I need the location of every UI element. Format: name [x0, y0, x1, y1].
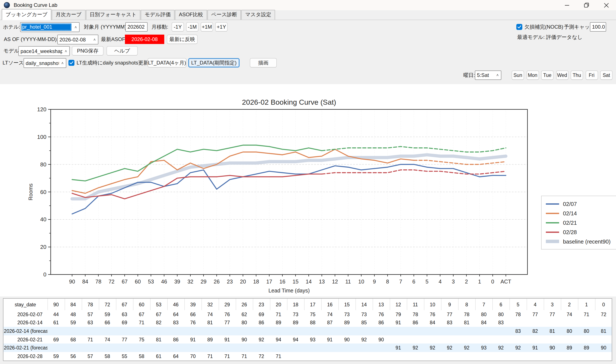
tab-booking-curve[interactable]: ブッキングカーブ [2, 9, 51, 20]
booking-curve-chart: 0204060801001209084787267605346393229262… [0, 84, 616, 297]
table-column-header[interactable]: 3 [544, 299, 561, 310]
tab-monthly-curve[interactable]: 月次カーブ [52, 10, 85, 20]
weekday-button-wed[interactable]: Wed [556, 70, 568, 80]
cap-input[interactable]: 100.0 [590, 22, 606, 32]
table-column-header[interactable]: 0 [595, 299, 612, 310]
chevron-down-icon[interactable]: ˄ [72, 25, 79, 29]
tab-daily-forecast[interactable]: 日別フォーキャスト [86, 10, 140, 20]
asof-combobox[interactable]: 2026-02-08 ˄ [57, 35, 98, 44]
table-column-header[interactable]: 10 [424, 299, 441, 310]
table-column-header[interactable]: 17 [304, 299, 321, 310]
table-column-header[interactable]: 1 [578, 299, 595, 310]
table-column-header[interactable]: 15 [338, 299, 356, 310]
lt-source-combobox[interactable]: daily_snapshot ˄ [24, 58, 66, 68]
table-column-header[interactable]: stay_date [3, 299, 47, 310]
target-month-input[interactable]: 202602 [125, 22, 148, 32]
weekday-button-mon[interactable]: Mon [526, 70, 539, 80]
month-move-button-minus1Y[interactable]: -1Y [172, 22, 184, 32]
help-button[interactable]: ヘルプ [107, 46, 138, 55]
value-cell: 76 [184, 318, 202, 327]
hotel-combobox[interactable]: pr_hotel_001 ˄ [20, 22, 80, 32]
best-model-label: 最適モデル: 評価データなし [517, 32, 582, 42]
table-column-header[interactable]: 84 [65, 299, 82, 310]
month-move-button-minus1M[interactable]: -1M [186, 22, 198, 32]
restore-button[interactable] [577, 0, 596, 10]
weekday-button-sun[interactable]: Sun [512, 70, 524, 80]
legend-line-swatch [546, 231, 559, 233]
table-column-header[interactable]: 6 [492, 299, 509, 310]
chevron-down-icon[interactable]: ˄ [91, 37, 98, 42]
tab-pace-diagnosis[interactable]: ペース診断 [207, 10, 241, 20]
value-cell: 69 [116, 318, 133, 327]
table-column-header[interactable]: 46 [167, 299, 184, 310]
lt-data-4m-button[interactable]: LT_DATA(4ヶ月) [148, 58, 187, 67]
lt-update-label: LT生成時にdaily snapshots更新 [77, 58, 149, 67]
table-column-header[interactable]: 4 [527, 299, 544, 310]
value-cell: 63 [116, 310, 133, 318]
table-row[interactable]: 2026-02-14615963666971828376817780868989… [3, 318, 612, 327]
table-row[interactable]: 2026-02-21 (forecast)9192929292939292919… [3, 344, 612, 352]
lt-update-checkbox[interactable] [68, 60, 74, 66]
table-column-header[interactable]: 11 [407, 299, 424, 310]
table-row[interactable]: 2026-02-285956575855586164707171717271 [3, 352, 612, 360]
table-column-header[interactable]: 67 [116, 299, 133, 310]
table-column-header[interactable]: 8 [458, 299, 475, 310]
window-title: Booking Curve Lab [14, 2, 57, 8]
table-row[interactable]: 2026-02-14 (forecast)83828180808182 [3, 327, 612, 335]
lt-data-range-button[interactable]: LT_DATA(期間指定) [188, 58, 240, 67]
table-column-header[interactable]: 9 [441, 299, 458, 310]
table-column-header[interactable]: 29 [219, 299, 236, 310]
table-column-header[interactable]: 26 [236, 299, 253, 310]
draw-button[interactable]: 描画 [250, 58, 277, 67]
table-column-header[interactable]: 32 [202, 299, 219, 310]
value-cell: 61 [47, 318, 65, 327]
tab-asof-compare[interactable]: ASOF比較 [175, 10, 207, 20]
chevron-down-icon[interactable]: ˄ [62, 49, 69, 53]
weekday-button-thu[interactable]: Thu [571, 70, 583, 80]
close-button[interactable] [596, 0, 616, 10]
reflect-latest-button[interactable]: 最新に反映 [167, 35, 198, 44]
table-row[interactable]: 2026-02-07444857596367676466747662697173… [3, 310, 612, 318]
value-cell [133, 344, 150, 352]
table-column-header[interactable]: 23 [253, 299, 270, 310]
x-tick-label: 32 [187, 279, 193, 285]
value-cell [219, 344, 236, 352]
table-column-header[interactable]: 7 [475, 299, 492, 310]
value-cell: 75 [304, 310, 321, 318]
table-column-header[interactable]: 20 [270, 299, 287, 310]
month-move-button-plus1Y[interactable]: +1Y [215, 22, 228, 32]
table-column-header[interactable]: 72 [99, 299, 116, 310]
png-save-button[interactable]: PNG保存 [72, 46, 104, 55]
table-column-header[interactable]: 5 [509, 299, 527, 310]
table-column-header[interactable]: 13 [373, 299, 390, 310]
table-column-header[interactable]: 18 [287, 299, 304, 310]
minimize-button[interactable] [557, 0, 577, 10]
table-column-header[interactable]: 53 [150, 299, 167, 310]
model-combobox[interactable]: pace14_weekshape ˄ [18, 46, 70, 56]
value-cell: 73 [338, 310, 356, 318]
month-move-button-plus1M[interactable]: +1M [201, 22, 213, 32]
weekday-combobox[interactable]: 5:Sat ˄ [475, 70, 501, 80]
table-column-header[interactable]: 60 [133, 299, 150, 310]
table-column-header[interactable]: 78 [82, 299, 99, 310]
table-column-header[interactable]: 39 [184, 299, 202, 310]
value-cell: 91 [321, 335, 338, 344]
nocb-checkbox[interactable] [516, 24, 522, 30]
table-column-header[interactable]: 2 [561, 299, 578, 310]
weekday-button-fri[interactable]: Fri [585, 70, 598, 80]
table-column-header[interactable]: 90 [47, 299, 65, 310]
value-cell: 71 [202, 352, 219, 360]
value-cell: 83 [509, 327, 527, 335]
weekday-button-sat[interactable]: Sat [600, 70, 613, 80]
value-cell [65, 327, 82, 335]
chevron-down-icon[interactable]: ˄ [59, 61, 66, 65]
chevron-down-icon[interactable]: ˄ [494, 73, 501, 77]
weekday-button-tue[interactable]: Tue [541, 70, 554, 80]
table-column-header[interactable]: 12 [390, 299, 407, 310]
value-cell: 67 [133, 310, 150, 318]
table-column-header[interactable]: 16 [321, 299, 338, 310]
table-column-header[interactable]: 14 [356, 299, 373, 310]
tab-master-settings[interactable]: マスタ設定 [242, 10, 275, 20]
table-row[interactable]: 2026-02-21696871747775818691899190929494… [3, 335, 612, 344]
tab-model-eval[interactable]: モデル評価 [141, 10, 175, 20]
